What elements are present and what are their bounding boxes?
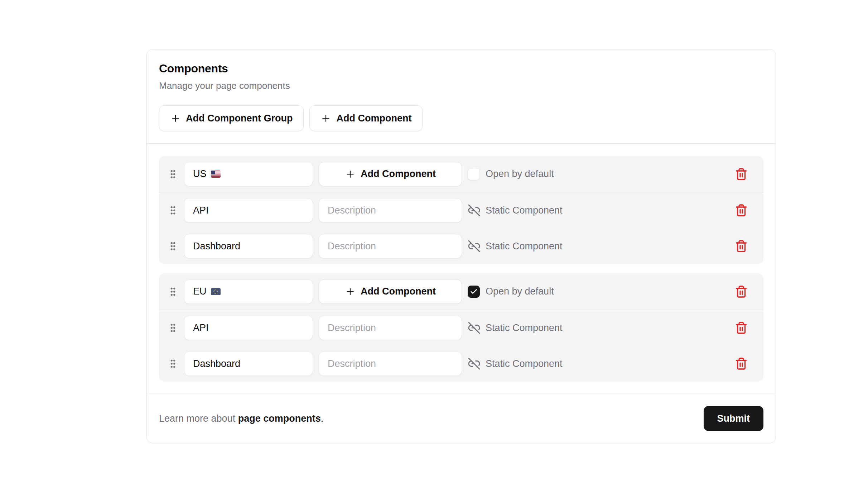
link-off-icon [468,357,481,370]
delete-component-button[interactable] [735,321,748,334]
learn-more-suffix: . [321,413,324,424]
open-by-default-label: Open by default [486,168,554,180]
drag-handle-icon[interactable] [168,168,178,180]
component-groups-list: US Add Component [147,144,776,394]
open-by-default-control: Open by default [468,168,554,180]
card-header: Components Manage your page components A… [147,49,776,144]
group-header-row: US Add Component [159,156,763,192]
plus-icon [320,113,331,124]
link-off-icon [468,240,481,253]
delete-component-button[interactable] [735,240,748,253]
group-add-component-label: Add Component [361,286,436,297]
delete-component-button[interactable] [735,204,748,217]
static-component-indicator: Static Component [468,240,563,253]
component-row: Static Component [159,346,763,382]
static-component-indicator: Static Component [468,204,563,217]
trash-icon [735,285,748,298]
open-by-default-checkbox[interactable] [468,168,480,180]
component-description-input[interactable] [319,316,462,340]
link-off-icon [468,321,481,334]
us-flag-icon [211,171,221,178]
static-component-label: Static Component [486,205,563,216]
learn-more-prefix: Learn more about [159,413,238,424]
plus-icon [345,286,356,297]
static-component-label: Static Component [486,322,563,334]
component-name-input[interactable] [184,198,313,223]
group-name-value: US [193,168,207,180]
trash-icon [735,240,748,253]
open-by-default-label: Open by default [486,286,554,297]
page-subtitle: Manage your page components [159,80,763,91]
group-add-component-label: Add Component [361,168,436,180]
static-component-indicator: Static Component [468,321,563,334]
component-name-input[interactable] [184,234,313,258]
page-components-link[interactable]: page components [238,413,321,424]
component-group-us: US Add Component [159,156,763,264]
open-by-default-checkbox[interactable] [468,286,480,298]
group-add-component-button[interactable]: Add Component [319,162,462,186]
group-name-input[interactable]: US [184,162,313,186]
add-component-button[interactable]: Add Component [309,105,423,131]
component-description-input[interactable] [319,351,462,376]
open-by-default-control: Open by default [468,286,554,298]
trash-icon [735,168,748,181]
submit-button[interactable]: Submit [704,406,764,431]
group-name-value: EU [193,286,207,297]
plus-icon [170,113,181,124]
drag-handle-icon[interactable] [168,286,178,298]
delete-group-button[interactable] [735,285,748,298]
add-component-group-button[interactable]: Add Component Group [159,105,304,131]
trash-icon [735,321,748,334]
drag-handle-icon[interactable] [168,358,178,370]
component-description-input[interactable] [319,198,462,223]
component-name-input[interactable] [184,316,313,340]
component-group-eu: EU Add Component Open [159,273,763,382]
component-row: Static Component [159,192,763,228]
static-component-label: Static Component [486,358,563,369]
trash-icon [735,357,748,370]
link-off-icon [468,204,481,217]
page-title: Components [159,62,763,75]
drag-handle-icon[interactable] [168,322,178,334]
plus-icon [345,169,356,180]
add-component-label: Add Component [336,113,411,124]
delete-component-button[interactable] [735,357,748,370]
group-name-input[interactable]: EU [184,279,313,304]
static-component-indicator: Static Component [468,357,563,370]
component-description-input[interactable] [319,234,462,258]
static-component-label: Static Component [486,241,563,252]
drag-handle-icon[interactable] [168,240,178,252]
group-add-component-button[interactable]: Add Component [319,279,462,304]
component-row: Static Component [159,228,763,264]
drag-handle-icon[interactable] [168,204,178,216]
header-actions: Add Component Group Add Component [159,105,763,131]
trash-icon [735,204,748,217]
delete-group-button[interactable] [735,168,748,181]
component-name-input[interactable] [184,351,313,376]
eu-flag-icon [211,288,221,295]
add-component-group-label: Add Component Group [186,113,293,124]
learn-more-text: Learn more about page components. [159,413,323,424]
card-footer: Learn more about page components. Submit [147,394,776,443]
group-header-row: EU Add Component Open [159,273,763,310]
components-card: Components Manage your page components A… [146,49,776,443]
component-row: Static Component [159,310,763,346]
check-icon [470,288,478,296]
